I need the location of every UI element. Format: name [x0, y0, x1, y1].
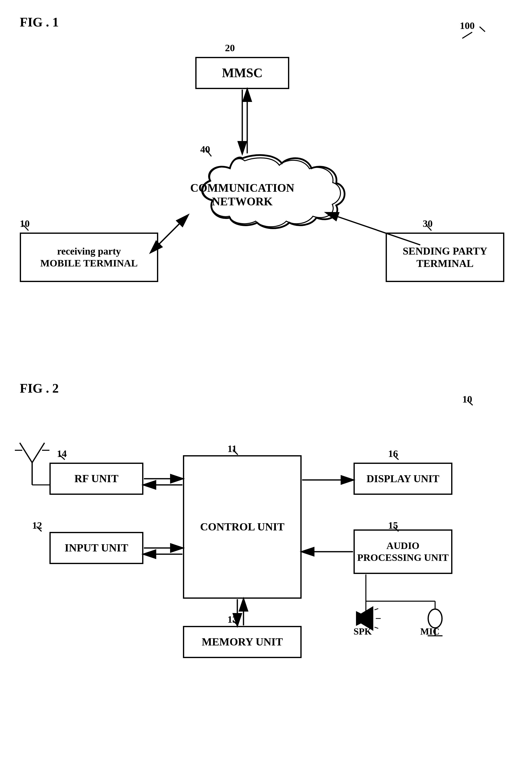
svg-line-4: [462, 32, 472, 38]
fig1-label: FIG . 1: [20, 15, 59, 29]
svg-line-39: [375, 609, 378, 610]
svg-line-19: [32, 443, 45, 463]
receiving-label: receiving party MOBILE TERMINAL: [40, 245, 138, 269]
mmsc-label: MMSC: [222, 65, 263, 81]
ref-100: 100: [460, 20, 475, 31]
receiving-box: receiving party MOBILE TERMINAL: [20, 232, 158, 282]
ref-10-fig2: 10: [462, 393, 472, 405]
svg-line-41: [375, 627, 378, 628]
audio-label: AUDIO PROCESSING UNIT: [357, 540, 449, 564]
input-label: INPUT UNIT: [64, 541, 128, 555]
ref-11: 11: [228, 443, 237, 454]
input-box: INPUT UNIT: [50, 532, 143, 564]
ref-30: 30: [423, 218, 433, 229]
ref-12: 12: [32, 520, 42, 531]
svg-text:COMMUNICATION: COMMUNICATION: [190, 181, 294, 194]
svg-line-10: [158, 215, 188, 245]
audio-box: AUDIO PROCESSING UNIT: [354, 529, 452, 574]
mmsc-box: MMSC: [195, 57, 289, 89]
svg-point-42: [428, 609, 442, 628]
ref-10-fig1: 10: [20, 218, 30, 229]
ref-20: 20: [225, 42, 235, 54]
ref-16: 16: [388, 448, 398, 459]
svg-marker-37: [356, 611, 361, 626]
display-box: DISPLAY UNIT: [354, 463, 452, 495]
svg-line-18: [20, 443, 32, 463]
svg-text:NETWORK: NETWORK: [212, 195, 273, 208]
ref-14: 14: [57, 448, 67, 459]
rf-box: RF UNIT: [50, 463, 143, 495]
control-box: CONTROL UNIT: [183, 455, 302, 599]
ref-40: 40: [200, 143, 210, 155]
fig2-label: FIG . 2: [20, 381, 59, 396]
svg-line-15: [480, 27, 485, 32]
memory-box: MEMORY UNIT: [183, 626, 302, 658]
sending-box: SENDING PARTY TERMINAL: [386, 232, 504, 282]
spk-label: SPK: [354, 626, 372, 637]
sending-label: SENDING PARTY TERMINAL: [403, 245, 487, 270]
control-label: CONTROL UNIT: [200, 521, 284, 534]
display-label: DISPLAY UNIT: [366, 473, 439, 485]
mic-label: MIC: [420, 626, 440, 637]
ref-13: 13: [228, 614, 237, 625]
memory-label: MEMORY UNIT: [202, 636, 283, 649]
rf-label: RF UNIT: [75, 472, 118, 485]
